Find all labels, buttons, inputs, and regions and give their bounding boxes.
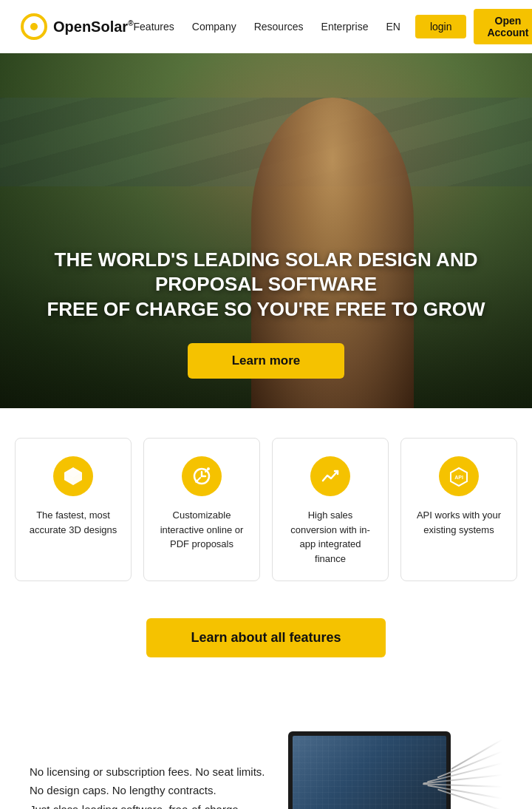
logo-text: OpenSolar® xyxy=(53,18,134,35)
laptop-line2: No design caps. No lengthy contracts. xyxy=(30,781,266,800)
nav-language[interactable]: EN xyxy=(386,21,400,33)
laptop-visual xyxy=(281,717,502,809)
nav-resources[interactable]: Resources xyxy=(254,21,304,33)
nav-links: Features Company Resources Enterprise EN xyxy=(134,21,400,33)
feature-text-3d: The fastest, most accurate 3D designs xyxy=(27,508,119,537)
laptop-text-block: No licensing or subscription fees. No se… xyxy=(30,762,266,809)
finance-icon xyxy=(310,456,350,496)
hero-title: THE WORLD'S LEADING SOLAR DESIGN AND PRO… xyxy=(30,248,502,322)
hero-content: THE WORLD'S LEADING SOLAR DESIGN AND PRO… xyxy=(0,248,532,379)
hero-section: THE WORLD'S LEADING SOLAR DESIGN AND PRO… xyxy=(0,53,532,408)
feature-card-3d-design: The fastest, most accurate 3D designs xyxy=(15,438,132,581)
learn-more-button[interactable]: Learn more xyxy=(188,343,345,379)
features-grid: The fastest, most accurate 3D designs Cu… xyxy=(15,438,517,581)
feature-card-proposals: Customizable interactive online or PDF p… xyxy=(143,438,260,581)
signal-lines xyxy=(414,724,502,809)
laptop-section: No licensing or subscription fees. No se… xyxy=(0,687,532,809)
nav-company[interactable]: Company xyxy=(192,21,236,33)
login-button[interactable]: login xyxy=(415,15,467,38)
nav-enterprise[interactable]: Enterprise xyxy=(321,21,369,33)
feature-card-api: API API works with your existing systems xyxy=(400,438,517,581)
feature-text-finance: High sales conversion with in-app integr… xyxy=(284,508,376,566)
feature-text-api: API works with your existing systems xyxy=(413,508,505,537)
api-icon: API xyxy=(439,456,479,496)
learn-all-features-button[interactable]: Learn about all features xyxy=(146,618,385,657)
svg-text:API: API xyxy=(454,475,463,480)
logo[interactable]: OpenSolar® xyxy=(21,13,134,40)
feature-card-finance: High sales conversion with in-app integr… xyxy=(272,438,389,581)
laptop-line3: Just class-leading software, free-of-cha… xyxy=(30,800,266,809)
navigation: OpenSolar® Features Company Resources En… xyxy=(0,0,532,53)
proposals-icon xyxy=(182,456,222,496)
open-account-button[interactable]: Open Account xyxy=(474,9,532,44)
feature-text-proposals: Customizable interactive online or PDF p… xyxy=(156,508,248,552)
svg-point-5 xyxy=(195,480,198,483)
features-section: The fastest, most accurate 3D designs Cu… xyxy=(0,408,532,603)
nav-features[interactable]: Features xyxy=(134,21,174,33)
3d-design-icon xyxy=(53,456,93,496)
laptop-line1: No licensing or subscription fees. No se… xyxy=(30,762,266,782)
learn-all-section: Learn about all features xyxy=(0,603,532,687)
logo-icon xyxy=(21,13,47,40)
svg-point-6 xyxy=(207,467,210,470)
